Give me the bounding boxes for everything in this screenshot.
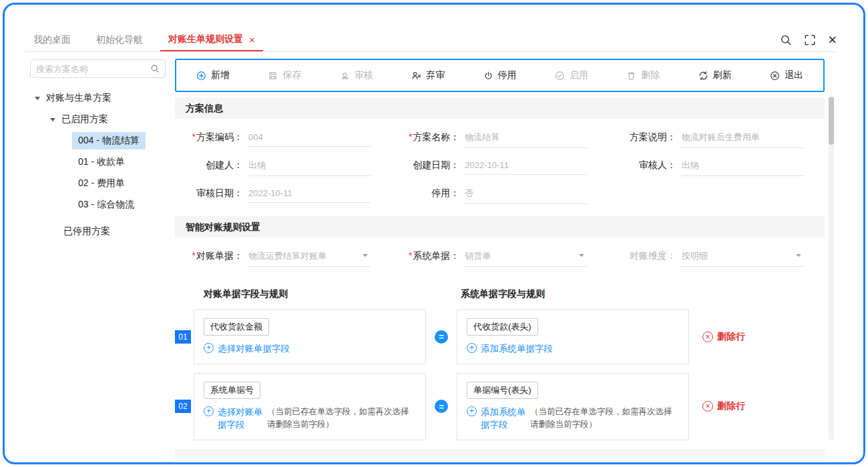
recon-document-select[interactable]: 物流运费结算对账单 bbox=[247, 246, 371, 267]
button-label: 刷新 bbox=[713, 69, 732, 81]
main-content: 新增 保存 审核 弃审 bbox=[175, 59, 825, 458]
auditor-input[interactable]: 出纳 bbox=[680, 155, 804, 176]
tree-node-label: 对账与生单方案 bbox=[46, 92, 112, 104]
tree-item-plan-004[interactable]: 004 - 物流结算 bbox=[25, 130, 175, 151]
plan-search-input[interactable] bbox=[36, 64, 150, 74]
field-label: *系统单据： bbox=[391, 250, 459, 262]
search-icon[interactable] bbox=[780, 34, 792, 46]
tree-node-disabled-plans[interactable]: 已停用方案 bbox=[25, 221, 175, 242]
rule-row-02: 02 系统单据号 + 选择对账单据字段 （当前已存在单选字段，如需再次选择请删除… bbox=[175, 373, 825, 440]
recon-field-card: 系统单据号 + 选择对账单据字段 （当前已存在单选字段，如需再次选择请删除当前字… bbox=[194, 373, 426, 440]
plan-info-form: *方案编码： 004 *方案名称： 物流结算 方案说明： 物流对账后生费用单 创… bbox=[175, 119, 825, 211]
field-label: 对账维度： bbox=[608, 250, 676, 262]
plan-code-input[interactable]: 004 bbox=[247, 128, 371, 147]
delete-row-button[interactable]: × 删除行 bbox=[702, 400, 745, 412]
refresh-button[interactable]: 刷新 bbox=[698, 69, 732, 81]
close-icon[interactable]: × bbox=[828, 33, 837, 47]
field-label: 创建日期： bbox=[391, 159, 459, 171]
save-icon bbox=[268, 71, 278, 81]
creator-input[interactable]: 出纳 bbox=[247, 155, 371, 176]
tab-reconciliation-rule-settings[interactable]: 对账生单规则设置 × bbox=[160, 29, 263, 51]
field-recon-document: *对账单据： 物流运费结算对账单 bbox=[175, 246, 391, 267]
unaudit-button[interactable]: 弃审 bbox=[411, 69, 445, 81]
audit-stamp-icon bbox=[340, 71, 350, 81]
add-system-field-link[interactable]: + 添加系统单据字段 （当前已存在单选字段，如需再次选择请删除当前字段） bbox=[467, 406, 679, 432]
tree-node-enabled-plans[interactable]: 已启用方案 bbox=[25, 109, 175, 130]
button-label: 启用 bbox=[570, 69, 588, 81]
field-creator: 创建人： 出纳 bbox=[175, 155, 391, 176]
exit-button[interactable]: 退出 bbox=[770, 69, 803, 81]
save-button[interactable]: 保存 bbox=[268, 69, 301, 81]
plus-circle-icon: + bbox=[204, 406, 214, 416]
create-date-input[interactable]: 2022-10-11 bbox=[463, 156, 587, 175]
tab-my-desktop[interactable]: 我的桌面 bbox=[25, 29, 79, 51]
tab-bar: 我的桌面 初始化导航 对账生单规则设置 × × bbox=[25, 29, 837, 52]
plus-circle-icon: + bbox=[467, 406, 477, 416]
field-auditor: 审核人： 出纳 bbox=[608, 155, 825, 176]
recon-field-tag[interactable]: 代收货款金额 bbox=[204, 318, 269, 336]
exit-icon bbox=[770, 71, 780, 81]
field-plan-code: *方案编码： 004 bbox=[175, 127, 391, 148]
enable-button[interactable]: 启用 bbox=[555, 69, 588, 81]
recon-field-tag[interactable]: 系统单据号 bbox=[204, 382, 260, 399]
audit-date-input[interactable]: 2022-10-11 bbox=[247, 184, 371, 203]
fullscreen-icon[interactable] bbox=[804, 34, 816, 46]
system-field-tag[interactable]: 代收货款(表头) bbox=[467, 318, 538, 336]
tree-item-label: 004 - 物流结算 bbox=[72, 132, 146, 149]
vertical-scrollbar[interactable] bbox=[829, 97, 834, 440]
tab-init-navigation[interactable]: 初始化导航 bbox=[88, 29, 151, 51]
delete-button[interactable]: 删除 bbox=[626, 69, 660, 81]
plan-description-input[interactable]: 物流对账后生费用单 bbox=[680, 127, 804, 148]
field-plan-description: 方案说明： 物流对账后生费用单 bbox=[608, 127, 825, 148]
search-icon[interactable] bbox=[150, 64, 160, 73]
select-recon-field-link[interactable]: + 选择对账单据字段 bbox=[204, 342, 416, 356]
sidebar: 对账与生单方案 已启用方案 004 - 物流结算 01 - 收款单 02 - 费… bbox=[25, 57, 175, 457]
circle-close-icon: × bbox=[702, 401, 713, 412]
chevron-down-icon bbox=[796, 254, 801, 257]
tree-node-label: 已启用方案 bbox=[61, 113, 108, 125]
system-document-select[interactable]: 销货单 bbox=[463, 246, 587, 267]
tree-item-plan-03[interactable]: 03 - 综合物流 bbox=[25, 194, 175, 215]
field-label: 停用： bbox=[391, 187, 459, 199]
field-label: 创建人： bbox=[175, 159, 243, 171]
caret-down-icon[interactable] bbox=[35, 97, 40, 100]
add-system-field-link[interactable]: + 添加系统单据字段 bbox=[467, 342, 679, 356]
plan-tree: 对账与生单方案 已启用方案 004 - 物流结算 01 - 收款单 02 - 费… bbox=[25, 87, 175, 242]
field-label: *对账单据： bbox=[175, 250, 243, 262]
delete-row-button[interactable]: × 删除行 bbox=[702, 331, 745, 343]
tab-close-icon[interactable]: × bbox=[249, 34, 255, 45]
required-mark: * bbox=[409, 250, 412, 261]
field-audit-date: 审核日期： 2022-10-11 bbox=[175, 183, 391, 204]
system-field-card: 代收货款(表头) + 添加系统单据字段 bbox=[457, 310, 689, 364]
field-label: *方案名称： bbox=[391, 131, 459, 143]
system-field-card: 单据编号(表头) + 添加系统单据字段 （当前已存在单选字段，如需再次选择请删除… bbox=[457, 373, 689, 440]
field-system-document: *系统单据： 销货单 bbox=[391, 246, 608, 267]
system-field-tag[interactable]: 单据编号(表头) bbox=[467, 382, 538, 399]
tree-item-label: 01 - 收款单 bbox=[72, 153, 131, 171]
tree-item-label: 02 - 费用单 bbox=[72, 175, 131, 192]
refresh-icon bbox=[698, 71, 708, 81]
button-label: 停用 bbox=[498, 69, 517, 81]
select-recon-field-link[interactable]: + 选择对账单据字段 （当前已存在单选字段，如需再次选择请删除当前字段） bbox=[204, 406, 416, 432]
trash-icon bbox=[626, 71, 636, 81]
audit-button[interactable]: 审核 bbox=[340, 69, 373, 81]
window-actions: × bbox=[780, 29, 837, 51]
field-create-date: 创建日期： 2022-10-11 bbox=[391, 155, 608, 176]
recon-dimension-select[interactable]: 按明细 bbox=[680, 246, 804, 267]
toolbar: 新增 保存 审核 弃审 bbox=[175, 59, 825, 92]
disable-button[interactable]: 停用 bbox=[483, 69, 517, 81]
disabled-flag-input[interactable]: 否 bbox=[463, 183, 587, 204]
plan-name-input[interactable]: 物流结算 bbox=[463, 127, 587, 148]
tab-label: 对账生单规则设置 bbox=[168, 33, 243, 45]
add-button[interactable]: 新增 bbox=[196, 69, 230, 81]
button-label: 新增 bbox=[211, 69, 230, 81]
check-circle-icon bbox=[555, 71, 565, 81]
caret-down-icon[interactable] bbox=[50, 118, 55, 121]
tree-node-recon-plans[interactable]: 对账与生单方案 bbox=[25, 87, 175, 109]
tree-item-plan-01[interactable]: 01 - 收款单 bbox=[25, 151, 175, 173]
tree-item-label: 03 - 综合物流 bbox=[72, 196, 140, 213]
required-mark: * bbox=[192, 250, 196, 261]
app-window: 我的桌面 初始化导航 对账生单规则设置 × × 对账与生单方案 bbox=[3, 3, 865, 464]
scrollbar-thumb[interactable] bbox=[829, 97, 834, 145]
tree-item-plan-02[interactable]: 02 - 费用单 bbox=[25, 173, 175, 194]
